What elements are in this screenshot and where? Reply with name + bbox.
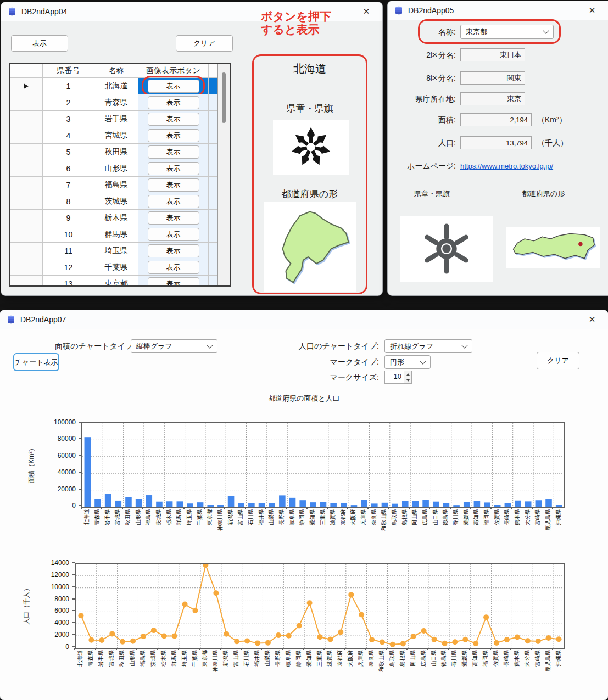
titlebar[interactable]: DB2ndApp05 ✕ [388, 1, 608, 20]
cell-pref-name[interactable]: 秋田県 [94, 144, 138, 160]
row-selector[interactable] [10, 243, 43, 259]
show-image-button[interactable]: 表示 [148, 244, 199, 257]
show-image-button[interactable]: 表示 [148, 195, 199, 208]
cell-pref-number[interactable]: 7 [43, 177, 94, 193]
close-icon[interactable]: ✕ [357, 4, 376, 19]
cell-pref-name[interactable]: 東京都 [94, 276, 138, 285]
x-tick [116, 648, 117, 650]
show-image-button[interactable]: 表示 [148, 211, 199, 225]
area-chart-type-select[interactable]: 縦棒グラフ [131, 339, 217, 353]
row-selector[interactable] [10, 144, 43, 160]
show-image-button[interactable]: 表示 [148, 113, 199, 126]
cell-pref-name[interactable]: 岩手県 [94, 111, 138, 127]
row-selector[interactable] [10, 111, 43, 127]
clear-button[interactable]: クリア [176, 35, 233, 52]
close-icon[interactable]: ✕ [583, 3, 601, 18]
row-selector[interactable] [10, 226, 43, 243]
cell-pref-name[interactable]: 栃木県 [94, 210, 138, 226]
close-icon[interactable]: ✕ [583, 312, 601, 327]
column-header[interactable]: 県番号 [43, 64, 94, 78]
show-image-button[interactable]: 表示 [148, 162, 199, 175]
table-row[interactable]: 6山形県表示 [10, 160, 217, 177]
row-selector[interactable] [10, 78, 43, 94]
region2-field[interactable]: 東日本 [460, 48, 525, 61]
table-row[interactable]: 11埼玉県表示 [10, 243, 217, 259]
cell-pref-number[interactable]: 13 [43, 276, 94, 285]
cell-pref-name[interactable]: 茨城県 [94, 193, 138, 210]
table-row[interactable]: 5秋田県表示 [10, 144, 217, 160]
stepper-down-icon[interactable] [404, 377, 411, 383]
region8-field[interactable]: 関東 [460, 71, 525, 85]
show-image-button[interactable]: 表示 [148, 96, 199, 109]
table-row[interactable]: 8茨城県表示 [10, 193, 217, 210]
row-selector[interactable] [10, 127, 43, 144]
cell-pref-name[interactable]: 北海道 [94, 78, 138, 94]
show-image-button[interactable]: 表示 [148, 261, 199, 274]
cell-pref-name[interactable]: 群馬県 [94, 226, 138, 243]
show-image-button[interactable]: 表示 [148, 277, 199, 286]
chart-show-button[interactable]: チャート表示 [13, 353, 59, 371]
cell-pref-number[interactable]: 5 [43, 144, 94, 160]
titlebar[interactable]: DB2ndApp07 ✕ [0, 310, 608, 329]
pop-field[interactable]: 13,794 [460, 136, 532, 149]
x-tick-label: 愛媛県 [462, 509, 469, 550]
cell-pref-number[interactable]: 8 [43, 193, 94, 210]
mark-size-stepper[interactable]: 10 [384, 371, 412, 384]
stepper-up-icon[interactable] [404, 371, 411, 377]
table-row[interactable]: 7福島県表示 [10, 177, 217, 193]
cell-pref-number[interactable]: 4 [43, 127, 94, 144]
clear-button[interactable]: クリア [537, 352, 579, 369]
table-row[interactable]: 1北海道表示 [10, 78, 217, 94]
bar [402, 501, 409, 507]
row-selector[interactable] [10, 160, 43, 177]
x-tick-label: 千葉県 [196, 509, 203, 550]
show-image-button[interactable]: 表示 [148, 129, 199, 142]
row-selector[interactable] [10, 210, 43, 226]
cell-pref-name[interactable]: 青森県 [94, 94, 138, 111]
show-button[interactable]: 表示 [11, 35, 68, 52]
row-selector[interactable] [10, 276, 43, 285]
table-row[interactable]: 10群馬県表示 [10, 226, 217, 243]
column-header[interactable] [209, 64, 217, 78]
row-selector[interactable] [10, 259, 43, 276]
row-selector[interactable] [10, 94, 43, 111]
row-selector[interactable] [10, 177, 43, 193]
cell-pref-number[interactable]: 6 [43, 160, 94, 177]
prefecture-table[interactable]: 県番号名称画像表示ボタン1北海道表示2青森県表示3岩手県表示4宮城県表示5秋田県… [9, 63, 231, 287]
cell-pref-number[interactable]: 3 [43, 111, 94, 127]
column-header[interactable]: 名称 [94, 64, 138, 78]
homepage-link[interactable]: https://www.metro.tokyo.lg.jp/ [460, 162, 553, 170]
scrollbar-thumb[interactable] [222, 72, 226, 123]
cell-pref-number[interactable]: 11 [43, 243, 94, 259]
capital-field[interactable]: 東京 [460, 92, 525, 105]
table-row[interactable]: 9栃木県表示 [10, 210, 217, 226]
area-field[interactable]: 2,194 [460, 113, 532, 126]
show-image-button[interactable]: 表示 [148, 228, 199, 241]
mark-type-select[interactable]: 円形 [384, 355, 431, 369]
column-header[interactable]: 画像表示ボタン [138, 64, 209, 78]
row-selector[interactable] [10, 193, 43, 210]
cell-pref-number[interactable]: 9 [43, 210, 94, 226]
cell-pref-name[interactable]: 埼玉県 [94, 243, 138, 259]
vertical-scrollbar[interactable] [217, 64, 230, 285]
cell-pref-number[interactable]: 12 [43, 259, 94, 276]
table-row[interactable]: 4宮城県表示 [10, 127, 217, 144]
show-image-button[interactable]: 表示 [148, 178, 199, 192]
table-row[interactable]: 13東京都表示 [10, 276, 217, 285]
prefecture-select[interactable]: 東京都 [460, 25, 554, 39]
pop-chart-type-select[interactable]: 折れ線グラフ [384, 339, 472, 353]
table-row[interactable]: 12千葉県表示 [10, 259, 217, 276]
show-image-button[interactable]: 表示 [148, 80, 199, 93]
table-row[interactable]: 2青森県表示 [10, 94, 217, 111]
cell-pref-number[interactable]: 2 [43, 94, 94, 111]
table-body[interactable]: 県番号名称画像表示ボタン1北海道表示2青森県表示3岩手県表示4宮城県表示5秋田県… [10, 64, 217, 285]
cell-pref-name[interactable]: 宮城県 [94, 127, 138, 144]
cell-pref-name[interactable]: 千葉県 [94, 259, 138, 276]
cell-pref-number[interactable]: 1 [43, 78, 94, 94]
show-image-button[interactable]: 表示 [148, 145, 199, 159]
data-point-marker [88, 637, 94, 643]
cell-pref-number[interactable]: 10 [43, 226, 94, 243]
table-row[interactable]: 3岩手県表示 [10, 111, 217, 127]
cell-pref-name[interactable]: 福島県 [94, 177, 138, 193]
cell-pref-name[interactable]: 山形県 [94, 160, 138, 177]
